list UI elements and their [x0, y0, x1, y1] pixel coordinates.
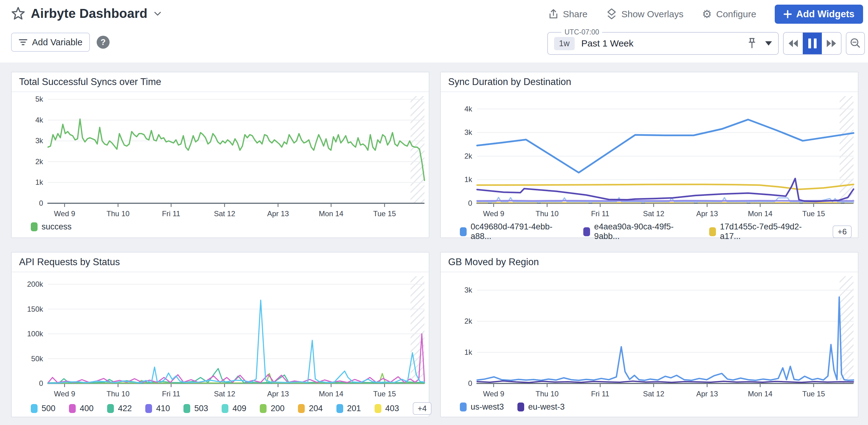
- legend-label: 503: [194, 404, 208, 413]
- chart-canvas[interactable]: 01k2k3k4k5kWed 9Thu 10Fri 11Sat 12Apr 13…: [12, 96, 429, 219]
- add-widgets-button[interactable]: Add Widgets: [775, 5, 863, 24]
- share-button[interactable]: Share: [548, 9, 588, 20]
- configure-button[interactable]: ⚙ Configure: [702, 9, 756, 20]
- legend-color-chip: [222, 404, 228, 413]
- legend-color-chip: [336, 404, 343, 413]
- x-axis-label: Apr 13: [267, 390, 289, 398]
- widget-grid: Total Successful Syncs over Time 01k2k3k…: [0, 62, 868, 425]
- x-axis-label: Tue 15: [802, 209, 825, 218]
- legend-item[interactable]: 0c49680d-4791-4ebb-a88...: [460, 222, 570, 241]
- legend-label: us-west3: [471, 402, 504, 412]
- chart-canvas[interactable]: 050k100k150k200kWed 9Thu 10Fri 11Sat 12A…: [12, 276, 429, 399]
- page-title: Airbyte Dashboard: [31, 6, 148, 21]
- pause-icon: [808, 38, 816, 48]
- legend-item[interactable]: 403: [375, 404, 399, 413]
- y-axis-label: 1k: [464, 175, 472, 184]
- series-line-e4aea90a-90ca-49f5-9abb...: [477, 179, 854, 202]
- time-forward-button[interactable]: [822, 33, 841, 54]
- widget-api-requests: API Requests by Status 050k100k150k200kW…: [11, 252, 429, 417]
- legend-item[interactable]: 400: [69, 404, 94, 413]
- pin-icon[interactable]: [747, 37, 756, 50]
- x-axis-label: Fri 11: [591, 390, 610, 398]
- y-axis-label: 4k: [464, 105, 472, 113]
- legend-item[interactable]: us-west3: [460, 402, 504, 412]
- legend-item[interactable]: 503: [183, 404, 208, 413]
- x-axis-label: Thu 10: [106, 209, 130, 218]
- legend-item[interactable]: 422: [107, 404, 132, 413]
- top-header: Airbyte Dashboard Share Show Overlays ⚙ …: [0, 0, 868, 62]
- x-axis-label: Tue 15: [373, 390, 396, 398]
- legend-color-chip: [460, 227, 467, 236]
- legend-item[interactable]: success: [31, 222, 72, 232]
- time-controls: UTC-07:00 1w Past 1 Week: [547, 32, 865, 55]
- y-axis-label: 0: [468, 199, 472, 207]
- legend-overflow-badge[interactable]: +6: [833, 225, 852, 238]
- time-dropdown-caret-icon[interactable]: [765, 41, 772, 45]
- legend-item[interactable]: 204: [298, 404, 322, 413]
- y-axis-label: 50k: [31, 355, 43, 363]
- chart-svg: 01k2k3kWed 9Thu 10Fri 11Sat 12Apr 13Mon …: [441, 276, 858, 399]
- y-axis-label: 4k: [35, 116, 43, 124]
- x-axis-label: Sat 12: [214, 209, 235, 218]
- legend-color-chip: [709, 227, 716, 236]
- legend-item[interactable]: 200: [260, 404, 284, 413]
- time-range-label: Past 1 Week: [582, 38, 634, 49]
- y-axis-label: 3k: [464, 286, 472, 294]
- y-axis-label: 1k: [464, 348, 472, 356]
- variables-row: Add Variable ?: [11, 33, 110, 52]
- legend-label: 17d1455c-7ed5-49d2-a17...: [720, 222, 819, 241]
- title-chevron-down-icon[interactable]: [153, 10, 162, 17]
- zoom-out-button[interactable]: [846, 32, 865, 55]
- legend-item[interactable]: 201: [336, 404, 361, 413]
- show-overlays-button[interactable]: Show Overlays: [606, 8, 684, 20]
- x-axis-label: Fri 11: [162, 390, 180, 398]
- legend-item[interactable]: 500: [31, 404, 55, 413]
- x-axis-label: Tue 15: [802, 390, 825, 398]
- legend-color-chip: [183, 404, 190, 413]
- header-actions: Share Show Overlays ⚙ Configure Add Widg…: [548, 4, 863, 24]
- chart-legend: 0c49680d-4791-4ebb-a88...e4aea90a-90ca-4…: [460, 222, 852, 241]
- chart-svg: 050k100k150k200kWed 9Thu 10Fri 11Sat 12A…: [12, 276, 429, 399]
- legend-color-chip: [583, 227, 590, 236]
- x-axis-label: Sat 12: [643, 390, 664, 398]
- filter-icon: [19, 38, 28, 46]
- time-range-selector[interactable]: UTC-07:00 1w Past 1 Week: [547, 32, 779, 55]
- series-line-400: [48, 334, 425, 383]
- add-variable-button[interactable]: Add Variable: [11, 33, 90, 52]
- y-axis-label: 100k: [27, 330, 43, 338]
- x-axis-label: Thu 10: [535, 209, 559, 218]
- chart-canvas[interactable]: 01k2k3kWed 9Thu 10Fri 11Sat 12Apr 13Mon …: [441, 276, 858, 399]
- time-pause-button[interactable]: [803, 33, 822, 54]
- time-backward-button[interactable]: [784, 33, 803, 54]
- widget-title: API Requests by Status: [12, 252, 429, 272]
- y-axis-label: 150k: [27, 305, 43, 313]
- y-axis-label: 0: [39, 199, 43, 207]
- legend-color-chip: [260, 404, 267, 413]
- widget-sync-duration: Sync Duration by Destination 01k2k3k4kWe…: [440, 72, 859, 238]
- legend-label: eu-west-3: [528, 402, 565, 412]
- x-axis-label: Thu 10: [535, 390, 559, 398]
- help-icon[interactable]: ?: [97, 36, 110, 49]
- legend-item[interactable]: 410: [145, 404, 170, 413]
- legend-label: 422: [118, 404, 132, 413]
- chart-canvas[interactable]: 01k2k3k4kWed 9Thu 10Fri 11Sat 12Apr 13Mo…: [441, 96, 858, 219]
- legend-color-chip: [69, 404, 76, 413]
- legend-label: 400: [80, 404, 94, 413]
- legend-color-chip: [460, 402, 467, 412]
- legend-color-chip: [518, 402, 524, 412]
- widget-gb-moved: GB Moved by Region 01k2k3kWed 9Thu 10Fri…: [440, 252, 859, 417]
- legend-item[interactable]: eu-west-3: [518, 402, 565, 412]
- time-preset-pill[interactable]: 1w: [554, 37, 575, 50]
- favorite-star-icon[interactable]: [11, 6, 25, 21]
- legend-color-chip: [31, 222, 37, 231]
- legend-item[interactable]: 409: [222, 404, 246, 413]
- legend-label: 204: [309, 404, 322, 413]
- x-axis-label: Tue 15: [373, 209, 396, 218]
- x-axis-label: Wed 9: [54, 390, 75, 398]
- legend-item[interactable]: 17d1455c-7ed5-49d2-a17...: [709, 222, 819, 241]
- legend-item[interactable]: e4aea90a-90ca-49f5-9abb...: [583, 222, 695, 241]
- x-axis-label: Apr 13: [267, 209, 289, 218]
- gear-icon: ⚙: [702, 9, 712, 20]
- legend-overflow-badge[interactable]: +4: [413, 402, 432, 415]
- chart-legend: 500400422410503409200204201403+4: [31, 402, 423, 415]
